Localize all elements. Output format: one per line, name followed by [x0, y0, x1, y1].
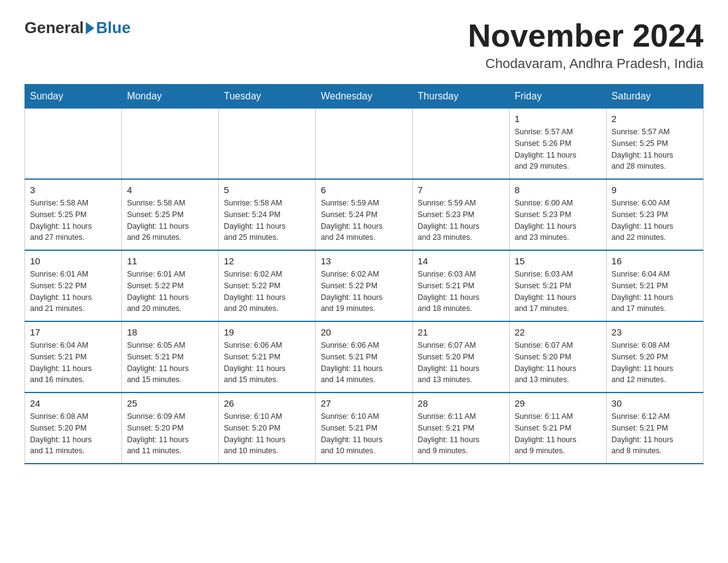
day-info: Sunrise: 6:07 AM Sunset: 5:20 PM Dayligh…: [418, 340, 504, 386]
day-number: 6: [320, 185, 407, 195]
day-number: 5: [224, 185, 310, 195]
day-number: 9: [612, 185, 698, 195]
day-info: Sunrise: 5:58 AM Sunset: 5:25 PM Dayligh…: [127, 197, 213, 243]
day-info: Sunrise: 6:06 AM Sunset: 5:21 PM Dayligh…: [224, 340, 310, 386]
calendar-cell: 10Sunrise: 6:01 AM Sunset: 5:22 PM Dayli…: [25, 250, 122, 321]
day-number: 24: [30, 398, 116, 408]
page-header: General Blue November 2024 Chodavaram, A…: [25, 18, 703, 72]
day-number: 12: [224, 256, 310, 266]
day-info: Sunrise: 6:08 AM Sunset: 5:20 PM Dayligh…: [612, 340, 698, 386]
logo: General Blue: [25, 18, 131, 37]
calendar-cell: 13Sunrise: 6:02 AM Sunset: 5:22 PM Dayli…: [316, 250, 412, 321]
calendar-cell: [25, 109, 122, 180]
day-info: Sunrise: 6:06 AM Sunset: 5:21 PM Dayligh…: [320, 340, 407, 386]
calendar-cell: 7Sunrise: 5:59 AM Sunset: 5:23 PM Daylig…: [412, 179, 509, 250]
calendar-week-row: 1Sunrise: 5:57 AM Sunset: 5:26 PM Daylig…: [25, 109, 703, 180]
calendar-cell: 30Sunrise: 6:12 AM Sunset: 5:21 PM Dayli…: [606, 393, 703, 464]
calendar-cell: 3Sunrise: 5:58 AM Sunset: 5:25 PM Daylig…: [25, 179, 122, 250]
day-number: 20: [320, 327, 407, 337]
day-info: Sunrise: 5:58 AM Sunset: 5:24 PM Dayligh…: [224, 197, 310, 243]
calendar-cell: 28Sunrise: 6:11 AM Sunset: 5:21 PM Dayli…: [412, 393, 509, 464]
day-number: 25: [127, 398, 213, 408]
calendar-cell: [219, 109, 316, 180]
day-info: Sunrise: 5:59 AM Sunset: 5:24 PM Dayligh…: [320, 197, 407, 243]
day-info: Sunrise: 6:00 AM Sunset: 5:23 PM Dayligh…: [515, 197, 601, 243]
day-number: 13: [320, 256, 407, 266]
day-number: 16: [612, 256, 698, 266]
day-number: 28: [418, 398, 504, 408]
calendar-week-row: 24Sunrise: 6:08 AM Sunset: 5:20 PM Dayli…: [25, 393, 703, 464]
calendar-header-row: SundayMondayTuesdayWednesdayThursdayFrid…: [25, 85, 703, 109]
day-info: Sunrise: 6:02 AM Sunset: 5:22 PM Dayligh…: [224, 269, 310, 315]
day-info: Sunrise: 6:01 AM Sunset: 5:22 PM Dayligh…: [30, 269, 116, 315]
day-info: Sunrise: 6:00 AM Sunset: 5:23 PM Dayligh…: [612, 197, 698, 243]
calendar-cell: 27Sunrise: 6:10 AM Sunset: 5:21 PM Dayli…: [316, 393, 412, 464]
day-info: Sunrise: 6:01 AM Sunset: 5:22 PM Dayligh…: [127, 269, 213, 315]
title-area: November 2024 Chodavaram, Andhra Pradesh…: [468, 18, 703, 72]
day-number: 22: [515, 327, 601, 337]
calendar-cell: 23Sunrise: 6:08 AM Sunset: 5:20 PM Dayli…: [606, 321, 703, 393]
calendar-cell: 11Sunrise: 6:01 AM Sunset: 5:22 PM Dayli…: [122, 250, 219, 321]
day-info: Sunrise: 5:57 AM Sunset: 5:26 PM Dayligh…: [515, 126, 601, 172]
day-number: 10: [30, 256, 116, 266]
weekday-header-monday: Monday: [122, 85, 219, 109]
day-number: 26: [224, 398, 310, 408]
calendar-cell: 20Sunrise: 6:06 AM Sunset: 5:21 PM Dayli…: [316, 321, 412, 393]
logo-arrow-icon: [86, 22, 94, 34]
day-number: 17: [30, 327, 116, 337]
calendar-cell: [122, 109, 219, 180]
day-number: 8: [515, 185, 601, 195]
day-info: Sunrise: 6:11 AM Sunset: 5:21 PM Dayligh…: [515, 411, 601, 457]
day-info: Sunrise: 6:08 AM Sunset: 5:20 PM Dayligh…: [30, 411, 116, 457]
calendar-cell: 26Sunrise: 6:10 AM Sunset: 5:20 PM Dayli…: [219, 393, 316, 464]
location-subtitle: Chodavaram, Andhra Pradesh, India: [468, 56, 703, 72]
day-info: Sunrise: 5:58 AM Sunset: 5:25 PM Dayligh…: [30, 197, 116, 243]
day-info: Sunrise: 6:02 AM Sunset: 5:22 PM Dayligh…: [320, 269, 407, 315]
day-number: 1: [515, 113, 601, 124]
calendar-cell: 21Sunrise: 6:07 AM Sunset: 5:20 PM Dayli…: [412, 321, 509, 393]
day-info: Sunrise: 6:05 AM Sunset: 5:21 PM Dayligh…: [127, 340, 213, 386]
logo-general-text: General: [25, 18, 84, 37]
day-info: Sunrise: 6:11 AM Sunset: 5:21 PM Dayligh…: [418, 411, 504, 457]
day-info: Sunrise: 6:10 AM Sunset: 5:20 PM Dayligh…: [224, 411, 310, 457]
day-number: 21: [418, 327, 504, 337]
day-info: Sunrise: 5:59 AM Sunset: 5:23 PM Dayligh…: [418, 197, 504, 243]
calendar-week-row: 17Sunrise: 6:04 AM Sunset: 5:21 PM Dayli…: [25, 321, 703, 393]
calendar-cell: [316, 109, 412, 180]
day-number: 19: [224, 327, 310, 337]
day-info: Sunrise: 5:57 AM Sunset: 5:25 PM Dayligh…: [612, 126, 698, 172]
calendar-cell: [412, 109, 509, 180]
calendar-cell: 29Sunrise: 6:11 AM Sunset: 5:21 PM Dayli…: [509, 393, 606, 464]
calendar-week-row: 10Sunrise: 6:01 AM Sunset: 5:22 PM Dayli…: [25, 250, 703, 321]
calendar-cell: 9Sunrise: 6:00 AM Sunset: 5:23 PM Daylig…: [606, 179, 703, 250]
day-info: Sunrise: 6:12 AM Sunset: 5:21 PM Dayligh…: [612, 411, 698, 457]
calendar-cell: 15Sunrise: 6:03 AM Sunset: 5:21 PM Dayli…: [509, 250, 606, 321]
calendar-cell: 25Sunrise: 6:09 AM Sunset: 5:20 PM Dayli…: [122, 393, 219, 464]
day-number: 29: [515, 398, 601, 408]
day-number: 14: [418, 256, 504, 266]
day-info: Sunrise: 6:09 AM Sunset: 5:20 PM Dayligh…: [127, 411, 213, 457]
calendar-cell: 12Sunrise: 6:02 AM Sunset: 5:22 PM Dayli…: [219, 250, 316, 321]
day-info: Sunrise: 6:04 AM Sunset: 5:21 PM Dayligh…: [612, 269, 698, 315]
calendar-week-row: 3Sunrise: 5:58 AM Sunset: 5:25 PM Daylig…: [25, 179, 703, 250]
calendar-cell: 4Sunrise: 5:58 AM Sunset: 5:25 PM Daylig…: [122, 179, 219, 250]
day-number: 23: [612, 327, 698, 337]
day-number: 27: [320, 398, 407, 408]
calendar-cell: 17Sunrise: 6:04 AM Sunset: 5:21 PM Dayli…: [25, 321, 122, 393]
day-info: Sunrise: 6:03 AM Sunset: 5:21 PM Dayligh…: [418, 269, 504, 315]
day-info: Sunrise: 6:07 AM Sunset: 5:20 PM Dayligh…: [515, 340, 601, 386]
calendar-table: SundayMondayTuesdayWednesdayThursdayFrid…: [25, 84, 703, 464]
calendar-cell: 24Sunrise: 6:08 AM Sunset: 5:20 PM Dayli…: [25, 393, 122, 464]
calendar-cell: 14Sunrise: 6:03 AM Sunset: 5:21 PM Dayli…: [412, 250, 509, 321]
weekday-header-friday: Friday: [509, 85, 606, 109]
weekday-header-thursday: Thursday: [412, 85, 509, 109]
calendar-cell: 8Sunrise: 6:00 AM Sunset: 5:23 PM Daylig…: [509, 179, 606, 250]
day-number: 3: [30, 185, 116, 195]
day-number: 15: [515, 256, 601, 266]
calendar-cell: 5Sunrise: 5:58 AM Sunset: 5:24 PM Daylig…: [219, 179, 316, 250]
month-title: November 2024: [468, 18, 703, 53]
calendar-cell: 16Sunrise: 6:04 AM Sunset: 5:21 PM Dayli…: [606, 250, 703, 321]
day-number: 4: [127, 185, 213, 195]
calendar-cell: 19Sunrise: 6:06 AM Sunset: 5:21 PM Dayli…: [219, 321, 316, 393]
weekday-header-wednesday: Wednesday: [316, 85, 412, 109]
